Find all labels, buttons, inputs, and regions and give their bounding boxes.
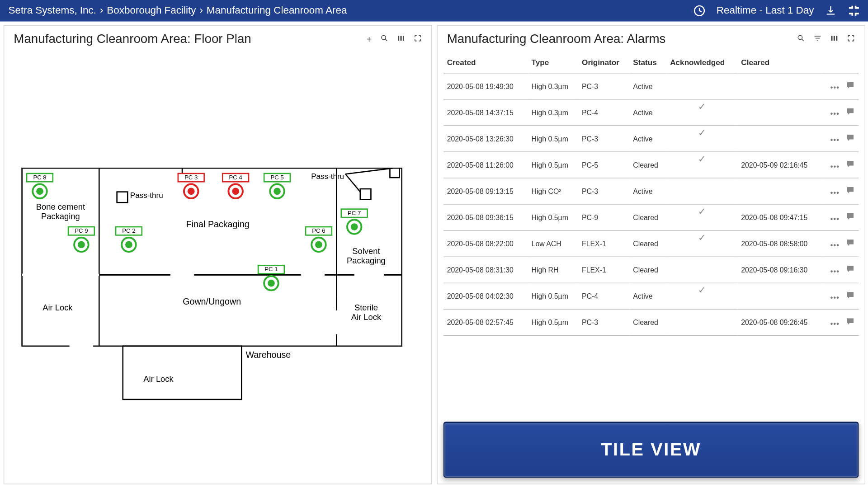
sensor-pc2[interactable]: PC 2 — [116, 227, 142, 252]
comment-icon[interactable] — [845, 238, 855, 249]
table-row[interactable]: 2020-05-08 08:22:00Low ACHFLEX-1Cleared✓… — [443, 230, 859, 257]
svg-line-23 — [345, 174, 360, 192]
col-status[interactable]: Status — [629, 50, 666, 73]
sensor-pc8[interactable]: PC 8 — [27, 174, 53, 198]
col-type[interactable]: Type — [528, 50, 578, 73]
comment-icon[interactable] — [845, 80, 855, 92]
svg-point-44 — [78, 241, 85, 249]
svg-text:PC 8: PC 8 — [33, 174, 46, 181]
comment-icon[interactable] — [845, 317, 855, 328]
check-icon: ✓ — [698, 154, 706, 164]
breadcrumb-2[interactable]: Manufacturing Cleanroom Area — [207, 5, 347, 17]
svg-text:PC 3: PC 3 — [184, 174, 198, 181]
room-bone-cement: Bone cementPackaging — [36, 202, 85, 221]
table-row[interactable]: 2020-05-08 02:57:45High 0.5µmPC-3Cleared… — [443, 309, 859, 335]
download-icon[interactable] — [825, 5, 836, 17]
alarms-title: Manufacturing Cleanroom Area: Alarms — [447, 32, 666, 46]
more-icon[interactable]: ••• — [830, 320, 840, 328]
svg-text:PC 2: PC 2 — [122, 227, 135, 234]
more-icon[interactable]: ••• — [830, 215, 840, 223]
sensor-pc9[interactable]: PC 9 — [68, 227, 94, 252]
svg-point-60 — [268, 280, 275, 287]
search-icon[interactable] — [797, 34, 805, 44]
table-row[interactable]: 2020-05-08 13:26:30High 0.5µmPC-3Active✓… — [443, 126, 859, 152]
svg-point-32 — [188, 188, 195, 195]
comment-icon[interactable] — [845, 107, 855, 118]
svg-rect-20 — [117, 192, 128, 203]
check-icon: ✓ — [698, 285, 706, 295]
fullscreen-exit-icon[interactable] — [847, 4, 860, 17]
sensor-pc6[interactable]: PC 6 — [306, 227, 332, 252]
col-originator[interactable]: Originator — [578, 50, 629, 73]
table-row[interactable]: 2020-05-08 14:37:15High 0.3µmPC-4Active✓… — [443, 99, 859, 126]
more-icon[interactable]: ••• — [830, 241, 840, 249]
expand-icon[interactable] — [414, 34, 422, 44]
table-row[interactable]: 2020-05-08 08:31:30High RHFLEX-1Cleared2… — [443, 257, 859, 283]
table-row[interactable]: 2020-05-08 04:02:30High 0.5µmPC-4Active✓… — [443, 283, 859, 309]
floorplan-title: Manufacturing Cleanroom Area: Floor Plan — [14, 32, 251, 46]
more-icon[interactable]: ••• — [830, 162, 840, 170]
room-sterile-air-lock: SterileAir Lock — [351, 303, 382, 322]
alarms-panel: Manufacturing Cleanroom Area: Alarms Cre… — [437, 25, 865, 484]
comment-icon[interactable] — [845, 291, 855, 302]
svg-rect-6 — [22, 275, 402, 346]
sensor-pc1[interactable]: PC 1 — [258, 265, 284, 290]
table-row[interactable]: 2020-05-08 09:13:15High CO²PC-3Active••• — [443, 178, 859, 204]
comment-icon[interactable] — [845, 186, 855, 197]
svg-point-28 — [36, 188, 43, 195]
floorplan-canvas[interactable]: Bone cementPackaging Final Packaging Gow… — [4, 50, 431, 488]
svg-rect-62 — [831, 35, 832, 40]
svg-point-56 — [351, 223, 358, 230]
comment-icon[interactable] — [845, 212, 855, 223]
room-gown: Gown/Ungown — [183, 296, 241, 306]
more-icon[interactable]: ••• — [830, 188, 840, 197]
more-icon[interactable]: ••• — [830, 84, 840, 92]
col-acknowledged[interactable]: Acknowledged — [666, 50, 737, 73]
columns-icon[interactable] — [830, 34, 838, 44]
breadcrumb[interactable]: Setra Systems, Inc. › Boxborough Facilit… — [8, 5, 347, 17]
svg-rect-4 — [403, 35, 404, 40]
more-icon[interactable]: ••• — [830, 136, 840, 144]
sensor-pc4[interactable]: PC 4 — [222, 174, 249, 198]
comment-icon[interactable] — [845, 264, 855, 276]
more-icon[interactable]: ••• — [830, 110, 840, 118]
expand-icon[interactable] — [847, 34, 855, 44]
col-cleared[interactable]: Cleared — [737, 50, 822, 73]
table-row[interactable]: 2020-05-08 11:26:00High 0.5µmPC-5Cleared… — [443, 152, 859, 178]
more-icon[interactable]: ••• — [830, 267, 840, 275]
sensor-pc5[interactable]: PC 5 — [264, 174, 290, 198]
svg-rect-7 — [123, 346, 242, 399]
more-icon[interactable]: ••• — [830, 293, 840, 301]
svg-rect-21 — [360, 189, 371, 200]
svg-rect-2 — [398, 35, 399, 40]
col-created[interactable]: Created — [443, 50, 528, 73]
room-final-packaging: Final Packaging — [186, 219, 250, 229]
table-row[interactable]: 2020-05-08 19:49:30High 0.3µmPC-3Active•… — [443, 73, 859, 99]
table-row[interactable]: 2020-05-08 09:36:15High 0.5µmPC-9Cleared… — [443, 204, 859, 230]
check-icon: ✓ — [698, 233, 706, 243]
filter-icon[interactable] — [813, 34, 821, 44]
svg-point-61 — [798, 35, 802, 39]
clock-icon — [693, 4, 706, 17]
comment-icon[interactable] — [845, 159, 855, 170]
breadcrumb-0[interactable]: Setra Systems, Inc. — [8, 5, 96, 17]
svg-text:PC 4: PC 4 — [229, 174, 242, 181]
search-icon[interactable] — [380, 34, 388, 44]
breadcrumb-1[interactable]: Boxborough Facility — [107, 5, 196, 17]
tile-view-button[interactable]: TILE VIEW — [443, 422, 859, 478]
svg-text:PC 7: PC 7 — [348, 210, 361, 216]
label-pass-thru-right: Pass-thru — [311, 172, 344, 181]
realtime-range[interactable]: Realtime - Last 1 Day — [717, 5, 814, 17]
check-icon: ✓ — [698, 206, 706, 216]
sensor-pc7[interactable]: PC 7 — [341, 209, 368, 234]
svg-text:PC 5: PC 5 — [270, 174, 283, 181]
svg-point-48 — [125, 241, 132, 249]
svg-text:PC 6: PC 6 — [312, 227, 325, 234]
alarms-table: CreatedTypeOriginatorStatusAcknowledgedC… — [443, 50, 859, 336]
add-icon[interactable]: + — [367, 34, 372, 44]
comment-icon[interactable] — [845, 133, 855, 144]
room-warehouse: Warehouse — [245, 350, 291, 360]
check-icon: ✓ — [698, 101, 706, 111]
sensor-pc3[interactable]: PC 3 — [178, 174, 204, 198]
columns-icon[interactable] — [397, 34, 405, 44]
